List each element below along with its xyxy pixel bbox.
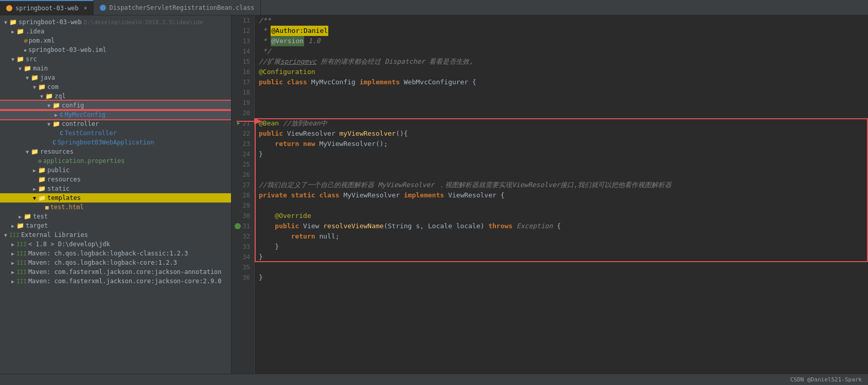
tree-item-extlibs[interactable]: ▼ III External Libraries bbox=[0, 230, 231, 240]
tree-item-mymvcconfig[interactable]: ▶ C MyMvcConfig bbox=[0, 110, 231, 119]
tree-item-jackson-ann[interactable]: ▶ III Maven: com.fasterxml.jackson.core:… bbox=[0, 267, 231, 277]
tab-close-springboot[interactable]: ✕ bbox=[84, 5, 87, 11]
tree-item-test[interactable]: ▶ 📁 test bbox=[0, 212, 231, 221]
icon-iml: ▪ bbox=[24, 47, 27, 53]
tree-item-springbootapp[interactable]: C Springboot03WebApplication bbox=[0, 138, 231, 147]
tree-label-config: config bbox=[62, 102, 84, 109]
author-annotation: @Author:Daniel bbox=[271, 26, 328, 36]
tree-label-src: src bbox=[26, 56, 37, 63]
tree-item-src[interactable]: ▼ 📁 src bbox=[0, 54, 231, 64]
java-icon-testcontroller: C bbox=[60, 130, 63, 137]
icon-logback-classic: III bbox=[16, 250, 27, 257]
bottom-bar: CSDN @Daniel521-Spark bbox=[0, 374, 868, 385]
tree-arrow-static: ▶ bbox=[31, 186, 38, 192]
line-num-17: 17 bbox=[232, 77, 254, 87]
folder-icon-templates: 📁 bbox=[38, 194, 46, 201]
icon-jackson-ann: III bbox=[16, 269, 27, 276]
editor-wrapper: 11 12 13 14 15 16 17 18 19 20 ➤ 21 22 23 bbox=[232, 15, 868, 374]
tab-dispatcher[interactable]: DispatcherServletRegistrationBean.class bbox=[94, 0, 261, 15]
tree-arrow-src: ▼ bbox=[9, 57, 16, 62]
tree-item-idea[interactable]: ▶ 📁 .idea bbox=[0, 27, 231, 36]
icon-testhtml: ■ bbox=[45, 204, 49, 211]
tree-arrow-controller: ▼ bbox=[45, 121, 52, 127]
code-line-12: * @Author:Daniel bbox=[255, 26, 868, 36]
tree-label-testcontroller: TestController bbox=[65, 130, 117, 137]
tree-item-iml[interactable]: ▪ springboot-03-web.iml bbox=[0, 45, 231, 54]
tree-arrow-jackson-ann: ▶ bbox=[9, 269, 16, 275]
java-icon-springbootapp: C bbox=[52, 139, 56, 146]
line-num-20: 20 bbox=[232, 108, 254, 118]
tree-arrow-templates: ▼ bbox=[31, 195, 38, 201]
java-icon-mymvcconfig: C bbox=[60, 112, 63, 118]
line-num-16: 16 bbox=[232, 67, 254, 77]
tree-item-com[interactable]: ▼ 📁 com bbox=[0, 82, 231, 91]
tree-label-logback-classic: Maven: ch.qos.logback:logback-classic:1.… bbox=[28, 250, 188, 257]
tree-item-zql[interactable]: ▼ 📁 zql bbox=[0, 91, 231, 101]
tree-item-testcontroller[interactable]: C TestController bbox=[0, 129, 231, 138]
code-editor[interactable]: 11 12 13 14 15 16 17 18 19 20 ➤ 21 22 23 bbox=[232, 15, 868, 374]
code-line-18 bbox=[255, 87, 868, 98]
tree-item-public[interactable]: ▶ 📁 public bbox=[0, 166, 231, 175]
tree-item-logback-classic[interactable]: ▶ III Maven: ch.qos.logback:logback-clas… bbox=[0, 249, 231, 258]
folder-icon-test: 📁 bbox=[24, 213, 31, 220]
tab-icon-orange bbox=[6, 5, 12, 11]
code-line-36: } bbox=[255, 272, 868, 283]
line-num-33: 33 bbox=[232, 242, 254, 252]
tree-item-testhtml[interactable]: ■ test.html bbox=[0, 203, 231, 212]
file-tree[interactable]: ▼ 📁 springboot-03-web D:\develop\idealU-… bbox=[0, 15, 232, 374]
tree-arrow-config: ▼ bbox=[45, 103, 52, 108]
line-num-18: 18 bbox=[232, 87, 254, 98]
tree-item-main[interactable]: ▼ 📁 main bbox=[0, 64, 231, 73]
tree-arrow-test: ▶ bbox=[16, 214, 24, 219]
tree-item-appprops[interactable]: ⚙ application.properties bbox=[0, 156, 231, 166]
line-num-22: 22 bbox=[232, 129, 254, 139]
line-num-19: 19 bbox=[232, 98, 254, 108]
line-num-14: 14 bbox=[232, 46, 254, 57]
main-layout: ▼ 📁 springboot-03-web D:\develop\idealU-… bbox=[0, 15, 868, 374]
folder-icon-resources-sub: 📁 bbox=[38, 176, 46, 183]
code-line-16: @Configuration bbox=[255, 67, 868, 77]
tree-arrow-public: ▶ bbox=[31, 168, 38, 173]
code-line-24: } bbox=[255, 149, 868, 159]
tree-arrow-mymvcconfig: ▶ bbox=[52, 112, 60, 118]
line-num-25: 25 bbox=[232, 159, 254, 170]
line-num-23: 23 bbox=[232, 139, 254, 149]
code-line-31: public View resolveViewName(String s, Lo… bbox=[255, 221, 868, 231]
tree-item-java[interactable]: ▼ 📁 java bbox=[0, 73, 231, 82]
tree-item-resources-folder[interactable]: ▼ 📁 resources bbox=[0, 147, 231, 156]
folder-icon-target: 📁 bbox=[16, 222, 24, 229]
tree-arrow-jdk: ▶ bbox=[9, 242, 16, 247]
tree-item-jackson-core[interactable]: ▶ III Maven: com.fasterxml.jackson.core:… bbox=[0, 277, 231, 286]
tree-item-jdk[interactable]: ▶ III < 1.8 > D:\develop\jdk bbox=[0, 240, 231, 249]
tab-bar: springboot-03-web ✕ DispatcherServletReg… bbox=[0, 0, 868, 15]
code-line-19 bbox=[255, 98, 868, 108]
folder-icon-static: 📁 bbox=[38, 185, 46, 192]
tree-item-templates[interactable]: ▼ 📁 templates bbox=[0, 193, 231, 203]
tree-item-target[interactable]: ▶ 📁 target bbox=[0, 221, 231, 230]
folder-icon-root: 📁 bbox=[9, 19, 17, 26]
folder-icon-idea: 📁 bbox=[16, 28, 24, 35]
icon-logback-core: III bbox=[16, 260, 27, 266]
tree-item-config[interactable]: ▼ 📁 config bbox=[0, 101, 231, 110]
tree-item-static[interactable]: ▶ 📁 static bbox=[0, 184, 231, 193]
tree-item-pom[interactable]: m pom.xml bbox=[0, 36, 231, 45]
tree-item-root[interactable]: ▼ 📁 springboot-03-web D:\develop\idealU-… bbox=[0, 17, 231, 27]
code-line-20 bbox=[255, 108, 868, 118]
tab-springboot-web[interactable]: springboot-03-web ✕ bbox=[0, 0, 94, 15]
tree-label-extlibs: External Libraries bbox=[21, 231, 88, 239]
tree-arrow-logback-classic: ▶ bbox=[9, 251, 16, 256]
line-num-24: 24 bbox=[232, 149, 254, 159]
code-line-15: //扩展springmvc 所有的请求都会经过 Dispatcher 看看是否生… bbox=[255, 57, 868, 67]
tree-arrow-main: ▼ bbox=[16, 66, 24, 71]
tree-item-controller[interactable]: ▼ 📁 controller bbox=[0, 119, 231, 129]
code-line-30: @Override bbox=[255, 211, 868, 221]
code-line-25 bbox=[255, 159, 868, 170]
icon-extlibs: III bbox=[9, 232, 20, 239]
tree-arrow-jackson-core: ▶ bbox=[9, 279, 16, 284]
tree-label-jdk: < 1.8 > D:\develop\jdk bbox=[28, 241, 110, 248]
tree-label-resources-sub: resources bbox=[47, 176, 81, 183]
line-num-21: ➤ 21 bbox=[232, 118, 254, 129]
tree-item-logback-core[interactable]: ▶ III Maven: ch.qos.logback:logback-core… bbox=[0, 258, 231, 267]
line-num-35: 35 bbox=[232, 262, 254, 272]
tree-item-resources-sub[interactable]: 📁 resources bbox=[0, 175, 231, 184]
